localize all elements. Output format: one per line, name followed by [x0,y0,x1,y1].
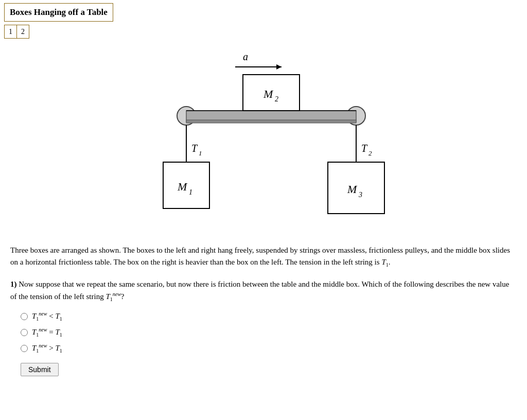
t1-sub: 1 [199,149,202,157]
tab-2[interactable]: 2 [17,25,29,39]
question-number: 1) [10,280,17,288]
option-radio-2[interactable] [21,329,28,336]
t2-sub: 2 [368,149,372,157]
svg-marker-1 [276,64,282,69]
question-text: 1) Now suppose that we repeat the same s… [10,278,517,304]
t2-label: T [361,143,368,154]
submit-button[interactable]: Submit [21,363,59,376]
t1-label: T [191,143,198,154]
option-item-3: T1new > T1 [21,342,517,355]
a-label: a [243,51,248,62]
diagram-area: a M 2 T 1 M 1 [0,44,527,234]
question-section: 1) Now suppose that we repeat the same s… [10,278,517,381]
m3-label: M [347,183,358,196]
tab-bar: 1 2 [4,25,523,39]
title-bar: Boxes Hanging off a Table [4,3,113,22]
option-item-1: T1new < T1 [21,310,517,323]
tab-1[interactable]: 1 [4,25,17,39]
options-list: T1new < T1 T1new = T1 T1new > T1 [21,310,517,355]
physics-diagram: a M 2 T 1 M 1 [83,44,444,229]
option-label-1[interactable]: T1new < T1 [32,310,62,323]
page-container: Boxes Hanging off a Table 1 2 a M [0,0,527,420]
m3-sub: 3 [358,191,362,199]
m2-label: M [263,87,274,100]
description-text: Three boxes are arranged as shown. The b… [10,244,517,269]
page-title: Boxes Hanging off a Table [10,7,108,17]
option-radio-1[interactable] [21,313,28,320]
table-bar-bottom [186,120,356,123]
option-item-2: T1new = T1 [21,326,517,339]
m1-label: M [177,180,188,193]
option-radio-3[interactable] [21,345,28,352]
option-label-2[interactable]: T1new = T1 [32,326,62,339]
option-label-3[interactable]: T1new > T1 [32,342,62,355]
m1-sub: 1 [189,188,192,196]
m2-sub: 2 [275,95,278,103]
